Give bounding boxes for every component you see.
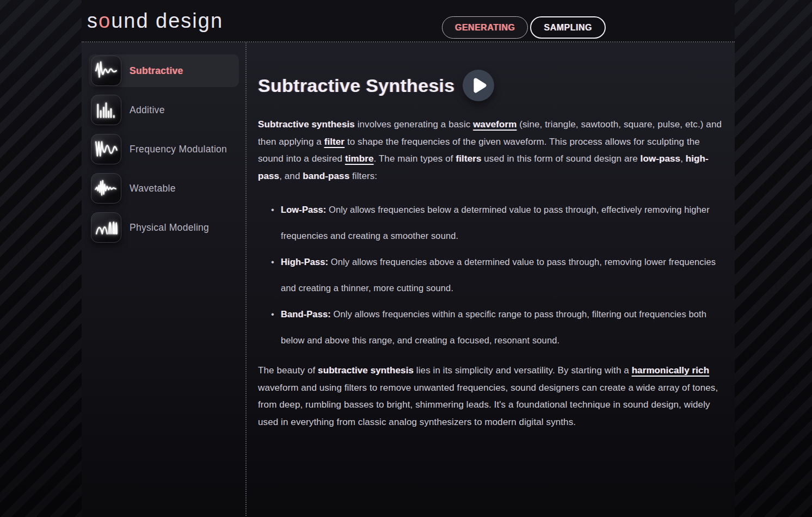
text-bold: Low-Pass:: [281, 205, 326, 214]
header-tabs: GENERATING SAMPLING: [442, 16, 606, 39]
logo-text: und design: [111, 9, 223, 32]
text: The beauty of: [258, 365, 318, 376]
text-bold: subtractive synthesis: [318, 365, 414, 376]
sidebar-item-label: Subtractive: [130, 65, 183, 77]
text: involves generating a basic: [355, 119, 473, 130]
list-item-band-pass: Band-Pass: Only allows frequencies withi…: [271, 301, 723, 353]
sidebar-item-subtractive[interactable]: Subtractive: [89, 54, 239, 87]
sidebar: Subtractive Additive: [82, 42, 247, 516]
body-layout: Subtractive Additive: [82, 42, 735, 516]
play-button[interactable]: [463, 70, 494, 101]
list-item-low-pass: Low-Pass: Only allows frequencies below …: [271, 196, 723, 249]
text: . The main types of: [374, 153, 456, 164]
text: ,: [680, 153, 686, 164]
physical-modeling-icon: [91, 212, 121, 243]
text-bold: low-pass: [641, 153, 681, 164]
tab-generating[interactable]: GENERATING: [442, 16, 528, 39]
text-bold: Subtractive synthesis: [258, 119, 355, 130]
subtractive-wave-icon: [91, 56, 121, 86]
text: Only allows frequencies above a determin…: [281, 257, 716, 293]
app-logo: sound design: [87, 9, 223, 33]
list-item-high-pass: High-Pass: Only allows frequencies above…: [271, 249, 723, 301]
sidebar-item-label: Additive: [130, 104, 165, 116]
text-bold: High-Pass:: [281, 257, 328, 267]
header: sound design GENERATING SAMPLING: [82, 0, 735, 42]
text: lies in its simplicity and versatility. …: [414, 365, 632, 376]
play-icon: [463, 70, 494, 101]
tab-sampling[interactable]: SAMPLING: [530, 16, 605, 39]
sidebar-item-wavetable[interactable]: Wavetable: [89, 172, 239, 205]
sidebar-item-additive[interactable]: Additive: [89, 94, 239, 126]
text: used in this form of sound design are: [481, 153, 640, 164]
text: , and: [279, 171, 303, 181]
wavetable-wave-icon: [91, 173, 121, 204]
striped-page-background: sound design GENERATING SAMPLING Subtrac…: [0, 0, 812, 517]
title-row: Subtractive Synthesis: [258, 70, 722, 101]
text-bold: band-pass: [303, 171, 349, 181]
filter-link[interactable]: filter: [324, 137, 345, 147]
intro-paragraph: Subtractive synthesis involves generatin…: [258, 116, 724, 184]
sidebar-item-frequency-modulation[interactable]: Frequency Modulation: [89, 133, 239, 165]
sidebar-item-label: Physical Modeling: [130, 222, 209, 233]
text: filters:: [349, 171, 377, 181]
sidebar-item-label: Frequency Modulation: [130, 144, 227, 155]
text: Only allows frequencies within a specifi…: [281, 309, 706, 345]
logo-accent-letter: o: [99, 9, 111, 32]
text: Only allows frequencies below a determin…: [281, 205, 710, 241]
sidebar-item-physical-modeling[interactable]: Physical Modeling: [89, 211, 239, 244]
additive-bars-icon: [91, 95, 121, 125]
sidebar-item-label: Wavetable: [130, 183, 176, 194]
waveform-link[interactable]: waveform: [473, 119, 516, 130]
page-title: Subtractive Synthesis: [258, 75, 455, 96]
logo-text: s: [87, 9, 99, 32]
text-bold: filters: [456, 153, 481, 164]
text-bold: Band-Pass:: [281, 309, 331, 319]
filter-types-list: Low-Pass: Only allows frequencies below …: [271, 196, 723, 353]
harmonically-rich-link[interactable]: harmonically rich: [632, 365, 709, 376]
fm-wave-icon: [91, 134, 121, 164]
timbre-link[interactable]: timbre: [345, 153, 374, 164]
app-container: sound design GENERATING SAMPLING Subtrac…: [82, 0, 735, 517]
outro-paragraph: The beauty of subtractive synthesis lies…: [258, 362, 724, 430]
text: waveform and using filters to remove unw…: [258, 383, 718, 427]
main-content: Subtractive Synthesis Subtractive synthe…: [247, 42, 735, 516]
